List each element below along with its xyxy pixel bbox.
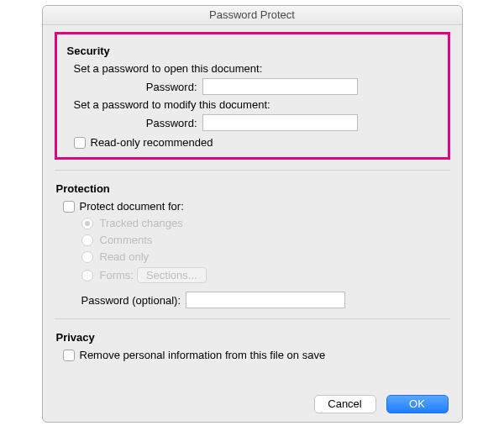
tracked-changes-label: Tracked changes [100, 217, 183, 229]
tracked-changes-radio [81, 218, 93, 229]
read-only-checkbox[interactable] [74, 137, 86, 149]
optional-password-input[interactable] [186, 292, 345, 308]
modify-password-input[interactable] [202, 114, 358, 131]
read-only-radio-label: Read only [100, 250, 150, 263]
cancel-button[interactable]: Cancel [314, 395, 376, 413]
optional-password-label: Password (optional): [81, 294, 181, 307]
sections-button: Sections... [137, 267, 207, 283]
ok-button[interactable]: OK [386, 395, 449, 413]
privacy-heading: Privacy [56, 331, 449, 344]
forms-radio [81, 270, 93, 281]
security-section-highlight: Security Set a password to open this doc… [55, 32, 450, 160]
protect-document-checkbox[interactable] [63, 201, 75, 213]
comments-radio [81, 234, 93, 246]
password-protect-dialog: Password Protect Security Set a password… [42, 5, 463, 423]
read-only-label: Read-only recommended [91, 136, 213, 149]
read-only-radio [81, 251, 93, 263]
protect-document-label: Protect document for: [80, 200, 184, 213]
modify-password-instruction: Set a password to modify this document: [74, 98, 438, 111]
window-title: Password Protect [43, 6, 462, 25]
forms-label: Forms: [100, 269, 134, 281]
comments-label: Comments [100, 234, 153, 246]
open-password-instruction: Set a password to open this document: [74, 62, 438, 75]
remove-personal-info-checkbox[interactable] [63, 350, 75, 361]
remove-personal-info-label: Remove personal information from this fi… [80, 349, 326, 361]
open-password-label: Password: [67, 81, 202, 93]
modify-password-label: Password: [67, 117, 202, 129]
protection-heading: Protection [56, 182, 449, 195]
security-heading: Security [67, 45, 438, 57]
open-password-input[interactable] [202, 78, 358, 95]
